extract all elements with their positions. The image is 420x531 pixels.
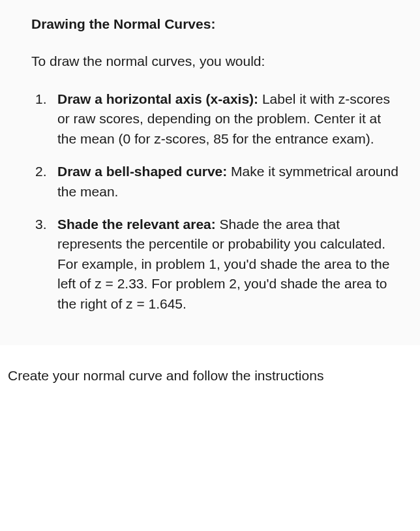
list-item: Shade the relevant area: Shade the area … <box>31 215 402 314</box>
step-bold: Draw a horizontal axis (x-axis): <box>57 91 258 106</box>
step-bold: Draw a bell-shaped curve: <box>57 164 227 179</box>
step-bold: Shade the relevant area: <box>57 217 216 232</box>
list-item: Draw a bell-shaped curve: Make it symmet… <box>31 162 402 202</box>
section-title: Drawing the Normal Curves: <box>31 14 402 33</box>
content-box: Drawing the Normal Curves: To draw the n… <box>0 0 420 345</box>
list-item: Draw a horizontal axis (x-axis): Label i… <box>31 89 402 149</box>
steps-list: Draw a horizontal axis (x-axis): Label i… <box>31 89 402 314</box>
intro-text: To draw the normal curves, you would: <box>31 52 402 70</box>
footer-instruction: Create your normal curve and follow the … <box>0 345 420 385</box>
